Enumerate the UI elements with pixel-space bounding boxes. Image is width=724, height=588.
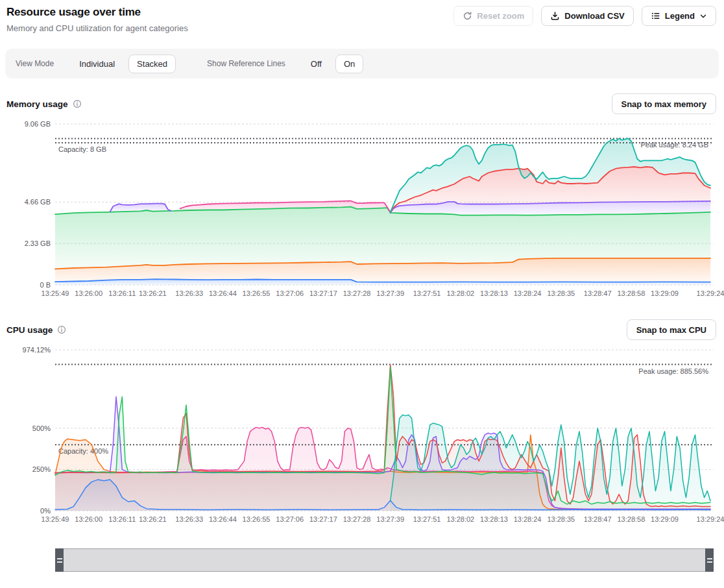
brush-track[interactable] <box>64 549 705 571</box>
x-axis-tick-label: 13:28:35 <box>547 289 575 297</box>
reset-zoom-button[interactable]: Reset zoom <box>453 6 533 26</box>
page-subtitle: Memory and CPU utilization for agent cat… <box>6 23 188 33</box>
reference-lines-on-option[interactable]: On <box>335 55 363 73</box>
y-axis-tick-label: 0% <box>40 507 51 515</box>
x-axis-tick-label: 13:27:28 <box>343 515 371 523</box>
download-icon <box>550 11 560 21</box>
x-axis-tick-label: 13:29:09 <box>651 289 679 297</box>
brush-handle-left[interactable] <box>55 548 64 572</box>
cpu-section-title: CPU usage <box>6 325 53 335</box>
x-axis-tick-label: 13:25:49 <box>42 289 69 297</box>
x-axis-tick-label: 13:27:39 <box>376 515 404 523</box>
memory-usage-chart: 9.06 GB4.66 GB2.33 GB0 B13:25:4913:26:00… <box>0 116 724 306</box>
y-axis-tick-label: 250% <box>32 465 51 473</box>
header-text: Resource usage over time Memory and CPU … <box>6 6 188 33</box>
info-icon[interactable] <box>57 325 66 334</box>
x-axis-tick-label: 13:26:21 <box>139 515 167 523</box>
x-axis-tick-label: 13:27:06 <box>276 289 304 297</box>
x-axis-tick-label: 13:28:24 <box>514 289 542 297</box>
x-axis-tick-label: 13:27:51 <box>413 289 441 297</box>
x-axis-tick-label: 13:28:47 <box>584 515 612 523</box>
time-range-brush[interactable] <box>55 548 714 572</box>
brush-grip-icon <box>57 558 62 563</box>
x-axis-tick-label: 13:28:24 <box>514 515 542 523</box>
x-axis-tick-label: 13:29:24 <box>697 289 724 297</box>
reference-lines-off-option[interactable]: Off <box>302 55 330 73</box>
cpu-section-title-row: CPU usage <box>6 325 66 335</box>
view-mode-label: View Mode <box>16 59 54 68</box>
x-axis-tick-label: 13:27:06 <box>276 515 304 523</box>
chevron-down-icon <box>699 12 707 20</box>
memory-section-title-row: Memory usage <box>6 99 82 109</box>
view-mode-stacked-option[interactable]: Stacked <box>128 55 176 73</box>
y-axis-tick-label: 974.12% <box>23 346 51 354</box>
x-axis-tick-label: 13:26:33 <box>175 515 203 523</box>
download-csv-button[interactable]: Download CSV <box>541 6 633 26</box>
memory-section-header: Memory usage Snap to max memory <box>0 93 724 115</box>
info-icon[interactable] <box>73 99 82 108</box>
x-axis-tick-label: 13:26:11 <box>108 515 136 523</box>
x-axis-tick-label: 13:28:35 <box>547 515 575 523</box>
reset-icon <box>463 11 472 21</box>
legend-list-icon <box>651 11 660 21</box>
x-axis-tick-label: 13:28:58 <box>617 289 645 297</box>
brush-handle-right[interactable] <box>705 548 714 572</box>
x-axis-tick-label: 13:26:33 <box>175 289 203 297</box>
page-title: Resource usage over time <box>6 6 188 19</box>
snap-to-max-cpu-button[interactable]: Snap to max CPU <box>627 319 716 340</box>
legend-label: Legend <box>665 11 695 21</box>
x-axis-tick-label: 13:28:13 <box>480 515 508 523</box>
snap-to-max-memory-button[interactable]: Snap to max memory <box>612 93 717 114</box>
x-axis-tick-label: 13:26:44 <box>209 515 237 523</box>
x-axis-tick-label: 13:28:58 <box>617 515 645 523</box>
x-axis-tick-label: 13:28:02 <box>446 515 474 523</box>
x-axis-tick-label: 13:28:47 <box>584 289 612 297</box>
page-header: Resource usage over time Memory and CPU … <box>0 0 724 33</box>
x-axis-tick-label: 13:26:55 <box>243 289 271 297</box>
x-axis-tick-label: 13:26:11 <box>108 289 136 297</box>
reset-zoom-label: Reset zoom <box>477 11 524 21</box>
x-axis-tick-label: 13:26:00 <box>75 515 103 523</box>
y-axis-tick-label: 500% <box>32 424 51 432</box>
cpu-section-header: CPU usage Snap to max CPU <box>0 319 724 341</box>
y-axis-tick-label: 0 B <box>40 281 51 289</box>
x-axis-tick-label: 13:26:21 <box>139 289 167 297</box>
x-axis-tick-label: 13:26:55 <box>243 515 271 523</box>
download-csv-label: Download CSV <box>564 11 624 21</box>
x-axis-tick-label: 13:27:28 <box>343 289 371 297</box>
x-axis-tick-label: 13:29:09 <box>651 515 679 523</box>
legend-button[interactable]: Legend <box>642 6 716 26</box>
y-axis-tick-label: 9.06 GB <box>25 120 51 128</box>
x-axis-tick-label: 13:26:00 <box>75 289 103 297</box>
chart-options-toolbar: View Mode Individual Stacked Show Refere… <box>5 49 719 79</box>
y-axis-tick-label: 4.66 GB <box>25 198 51 206</box>
x-axis-tick-label: 13:27:39 <box>376 289 404 297</box>
memory-chart-plot-area[interactable] <box>55 124 710 285</box>
x-axis-tick-label: 13:27:17 <box>309 515 337 523</box>
memory-section-title: Memory usage <box>6 99 68 109</box>
x-axis-tick-label: 13:28:13 <box>480 289 508 297</box>
y-axis-tick-label: 2.33 GB <box>25 239 51 247</box>
header-actions: Reset zoom Download CSV Legend <box>453 6 716 26</box>
cpu-usage-chart: 974.12%500%250%0%13:25:4913:26:0013:26:1… <box>0 342 724 532</box>
show-reference-lines-label: Show Reference Lines <box>207 59 285 68</box>
x-axis-tick-label: 13:27:17 <box>309 289 337 297</box>
x-axis-tick-label: 13:29:24 <box>697 515 724 523</box>
x-axis-tick-label: 13:25:49 <box>42 515 69 523</box>
cpu-chart-plot-area[interactable] <box>55 350 710 511</box>
x-axis-tick-label: 13:28:02 <box>446 289 474 297</box>
x-axis-tick-label: 13:26:44 <box>209 289 237 297</box>
x-axis-tick-label: 13:27:51 <box>413 515 441 523</box>
view-mode-individual-option[interactable]: Individual <box>71 55 123 73</box>
brush-grip-icon <box>707 558 712 563</box>
resource-usage-page: Resource usage over time Memory and CPU … <box>0 0 724 588</box>
